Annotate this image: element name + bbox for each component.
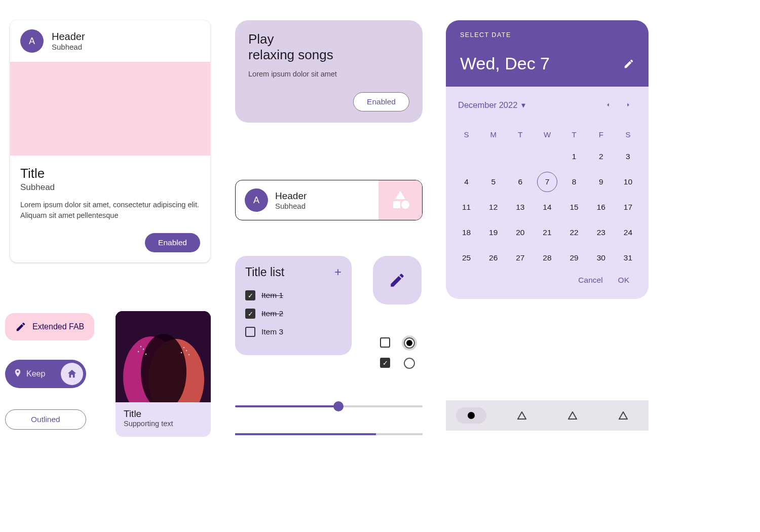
- calendar-day[interactable]: 22: [564, 222, 584, 243]
- weekday-label: W: [534, 125, 560, 144]
- triangle-icon: [517, 411, 526, 420]
- calendar-day[interactable]: 3: [618, 146, 638, 167]
- checkbox[interactable]: [245, 327, 255, 337]
- radio-button[interactable]: [404, 337, 415, 349]
- svg-point-11: [183, 347, 184, 348]
- calendar-day[interactable]: 29: [564, 248, 584, 268]
- location-pin-icon: [13, 368, 22, 379]
- card-title: Header: [275, 191, 307, 202]
- card-supporting-text: Lorem ipsum dolor sit amet, consectetur …: [20, 200, 200, 221]
- horizontal-card[interactable]: A Header Subhead: [235, 180, 423, 220]
- card-header-subhead: Subhead: [52, 43, 85, 51]
- month-label[interactable]: December 2022: [458, 100, 517, 110]
- progress-bar: [235, 433, 423, 435]
- calendar-day[interactable]: 20: [510, 222, 530, 243]
- calendar-day[interactable]: 27: [510, 248, 530, 268]
- calendar-day[interactable]: 13: [510, 197, 530, 217]
- triangle-icon: [568, 411, 577, 420]
- avatar: A: [20, 29, 44, 53]
- weekday-label: M: [480, 125, 507, 144]
- checkbox[interactable]: [245, 290, 255, 300]
- calendar-day[interactable]: 26: [483, 248, 504, 268]
- calendar-grid: SMTWTFS 12345678910111213141516171819202…: [453, 125, 641, 271]
- card-supporting-text: Supporting text: [124, 420, 203, 428]
- ok-button[interactable]: OK: [618, 276, 629, 285]
- nav-item[interactable]: [547, 407, 598, 424]
- card-header-title: Header: [52, 31, 85, 43]
- calendar-day[interactable]: 30: [591, 248, 611, 268]
- image-card[interactable]: Title Supporting text: [116, 311, 211, 437]
- calendar-day[interactable]: 1: [564, 146, 584, 167]
- enabled-button[interactable]: Enabled: [145, 233, 200, 252]
- card-title: Title: [124, 408, 203, 420]
- home-icon[interactable]: [61, 363, 83, 385]
- list-item[interactable]: Item 1: [245, 286, 341, 305]
- calendar-day[interactable]: 17: [618, 197, 638, 217]
- calendar-day[interactable]: 7: [537, 172, 557, 192]
- svg-point-13: [181, 352, 182, 353]
- nav-item[interactable]: [497, 407, 547, 424]
- pencil-icon: [389, 272, 406, 289]
- card-image: [116, 311, 211, 402]
- checkbox[interactable]: [245, 309, 255, 319]
- calendar-day[interactable]: 23: [591, 222, 611, 243]
- weekday-label: T: [561, 125, 588, 144]
- weekday-label: S: [453, 125, 480, 144]
- svg-marker-0: [395, 191, 405, 199]
- list-item-label: Item 3: [261, 327, 283, 336]
- svg-point-10: [145, 354, 146, 355]
- calendar-day[interactable]: 15: [564, 197, 584, 217]
- calendar-day[interactable]: 25: [457, 248, 477, 268]
- calendar-day[interactable]: 9: [591, 172, 611, 192]
- chevron-down-icon[interactable]: ▾: [521, 100, 525, 110]
- selection-controls: [373, 337, 422, 369]
- triangle-icon: [619, 411, 628, 420]
- svg-point-2: [401, 201, 409, 209]
- calendar-day[interactable]: 12: [483, 197, 504, 217]
- calendar-day[interactable]: 19: [483, 222, 504, 243]
- calendar-day[interactable]: 4: [457, 172, 477, 192]
- calendar-day[interactable]: 6: [510, 172, 530, 192]
- slider[interactable]: [235, 405, 423, 407]
- weekday-label: F: [588, 125, 615, 144]
- calendar-day[interactable]: 14: [537, 197, 557, 217]
- calendar-day[interactable]: 10: [618, 172, 638, 192]
- calendar-day[interactable]: 31: [618, 248, 638, 268]
- calendar-day[interactable]: 28: [537, 248, 557, 268]
- checkbox[interactable]: [380, 337, 390, 348]
- outlined-button[interactable]: Outlined: [5, 409, 86, 430]
- list-item[interactable]: Item 2: [245, 305, 341, 323]
- list-item[interactable]: Item 3: [245, 323, 341, 341]
- checklist-title: Title list: [245, 265, 284, 279]
- calendar-day[interactable]: 11: [457, 197, 477, 217]
- slider-thumb[interactable]: [333, 401, 344, 411]
- calendar-day[interactable]: 21: [537, 222, 557, 243]
- svg-point-8: [143, 349, 144, 350]
- card-thumbnail: [378, 180, 422, 220]
- calendar-day[interactable]: 5: [483, 172, 504, 192]
- calendar-day[interactable]: 8: [564, 172, 584, 192]
- calendar-day[interactable]: 18: [457, 222, 477, 243]
- nav-item[interactable]: [598, 407, 649, 424]
- date-picker-overline: SELECT DATE: [460, 31, 634, 39]
- cancel-button[interactable]: Cancel: [578, 276, 602, 285]
- checkbox[interactable]: [380, 358, 390, 368]
- add-icon[interactable]: +: [334, 265, 341, 279]
- svg-rect-1: [393, 201, 400, 208]
- nav-item[interactable]: [446, 407, 497, 424]
- card-media: [10, 62, 210, 156]
- extended-fab[interactable]: Extended FAB: [5, 313, 94, 340]
- date-picker: SELECT DATE Wed, Dec 7 December 2022 ▾ S…: [446, 20, 649, 299]
- calendar-day[interactable]: 16: [591, 197, 611, 217]
- radio-button[interactable]: [404, 358, 415, 369]
- list-item-label: Item 1: [261, 291, 283, 300]
- calendar-day[interactable]: 2: [591, 146, 611, 167]
- edit-fab[interactable]: [373, 256, 422, 305]
- prev-month-button[interactable]: [600, 97, 616, 113]
- pencil-icon[interactable]: [623, 58, 634, 69]
- card-title: Title: [20, 166, 200, 181]
- next-month-button[interactable]: [620, 97, 636, 113]
- enabled-button[interactable]: Enabled: [353, 92, 409, 111]
- calendar-day[interactable]: 24: [618, 222, 638, 243]
- keep-chip[interactable]: Keep: [5, 360, 86, 388]
